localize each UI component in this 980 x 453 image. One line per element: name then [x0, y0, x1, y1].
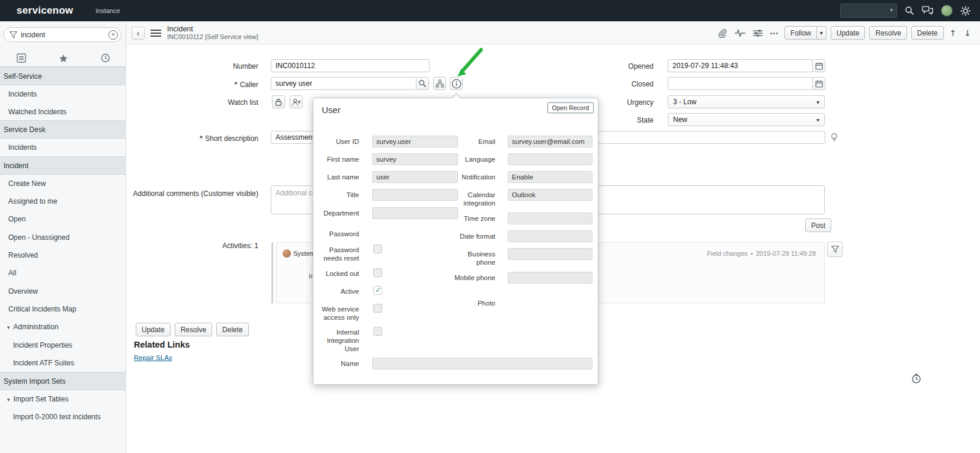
- delete-button[interactable]: Delete: [911, 26, 944, 40]
- watch-list-add-me-button[interactable]: [290, 95, 303, 108]
- more-options-icon[interactable]: •••: [770, 30, 779, 37]
- previous-record-arrow-icon[interactable]: ↑: [948, 28, 959, 38]
- favorites-star-icon[interactable]: [59, 54, 68, 63]
- global-header: servicenow instance ▾: [0, 0, 980, 21]
- instance-label: instance: [96, 7, 120, 14]
- popup-title: User: [322, 105, 341, 115]
- filter-icon: [9, 31, 17, 38]
- bullet-icon: •: [751, 250, 753, 257]
- closed-calendar-button[interactable]: [812, 77, 825, 90]
- opened-field[interactable]: [668, 59, 813, 72]
- password-needs-reset-checkbox[interactable]: [373, 245, 382, 253]
- web-service-access-only-label: Web service access only: [313, 305, 359, 322]
- sidebar-item-import-0-2000-test-incidents[interactable]: Import 0-2000 test incidents: [0, 408, 126, 426]
- web-service-access-only-checkbox[interactable]: [373, 304, 382, 313]
- sidebar-expander-import-set-tables[interactable]: ▾Import Set Tables: [0, 390, 126, 408]
- all-applications-icon[interactable]: [17, 53, 26, 63]
- resolve-button[interactable]: Resolve: [869, 26, 907, 40]
- state-label: State: [637, 116, 654, 124]
- response-time-clock-icon[interactable]: [911, 374, 921, 385]
- password-label: Password: [313, 230, 359, 238]
- department-label: Department: [313, 209, 359, 217]
- update-button[interactable]: Update: [831, 26, 866, 40]
- closed-field[interactable]: [668, 77, 813, 90]
- global-search-scope-select[interactable]: ▾: [840, 4, 897, 18]
- activity-stream-rail: [271, 242, 273, 303]
- connect-chat-icon[interactable]: [922, 6, 933, 15]
- search-icon: [418, 79, 427, 88]
- sidebar-item-open-unassigned[interactable]: Open - Unassigned: [0, 229, 126, 246]
- caller-lookup-button[interactable]: [416, 77, 429, 90]
- form-footer-buttons: Update Resolve Delete: [136, 323, 249, 336]
- servicenow-logo[interactable]: servicenow: [17, 5, 73, 17]
- back-button[interactable]: ‹: [132, 27, 145, 40]
- mobile-phone-label: Mobile phone: [450, 274, 495, 282]
- notification-label: Notification: [450, 173, 495, 181]
- lock-icon: [275, 98, 282, 106]
- settings-gear-icon[interactable]: [960, 6, 971, 16]
- date-format-field: [508, 230, 593, 242]
- delete-button-bottom[interactable]: Delete: [216, 323, 249, 336]
- activity-type[interactable]: Field changes: [707, 250, 748, 257]
- servicenow-app: servicenow instance ▾ ×: [0, 0, 980, 453]
- sidebar-item-incident-atf-suites[interactable]: Incident ATF Suites: [0, 354, 126, 372]
- sidebar-item-incidents[interactable]: Incidents: [0, 85, 126, 103]
- sidebar-item-resolved[interactable]: Resolved: [0, 246, 126, 264]
- caret-down-icon: ▾: [7, 325, 10, 330]
- update-button-bottom[interactable]: Update: [136, 323, 171, 336]
- clear-search-icon[interactable]: ×: [108, 30, 118, 40]
- follow-dropdown-icon[interactable]: ▾: [817, 26, 827, 40]
- navigator-search-input[interactable]: [21, 31, 108, 39]
- history-clock-icon[interactable]: [101, 53, 110, 63]
- post-button[interactable]: Post: [805, 219, 831, 232]
- sidebar-item-assigned-to-me[interactable]: Assigned to me: [0, 192, 126, 210]
- caller-field[interactable]: [271, 77, 417, 90]
- next-record-arrow-icon[interactable]: ↓: [962, 28, 973, 38]
- state-select[interactable]: New▾: [668, 113, 825, 126]
- sidebar-item-all[interactable]: All: [0, 264, 126, 282]
- activity-timestamp: 2019-07-29 11:49:28: [756, 250, 816, 257]
- sidebar-item-incident-properties[interactable]: Incident Properties: [0, 336, 126, 354]
- personalize-form-icon[interactable]: [753, 29, 763, 37]
- first-name-label: First name: [313, 155, 359, 163]
- locked-out-checkbox[interactable]: [373, 268, 382, 277]
- activity-filter-button[interactable]: [827, 242, 843, 257]
- form-context-menu-icon[interactable]: [150, 29, 161, 37]
- sidebar-section-self-service[interactable]: Self-Service: [0, 67, 126, 85]
- additional-comments-label: Additional comments (Customer visible): [133, 189, 258, 198]
- sidebar-item-overview[interactable]: Overview: [0, 282, 126, 300]
- attachment-paperclip-icon[interactable]: [718, 28, 727, 38]
- sidebar-item-incidents-2[interactable]: Incidents: [0, 139, 126, 156]
- title-field: [372, 189, 458, 201]
- number-field[interactable]: [271, 59, 430, 72]
- sidebar-item-create-new[interactable]: Create New: [0, 175, 126, 192]
- caller-preview-info-button[interactable]: [450, 77, 463, 90]
- business-phone-field: [508, 248, 593, 260]
- sidebar-item-critical-incidents-map[interactable]: Critical Incidents Map: [0, 300, 126, 318]
- caret-down-icon: ▾: [816, 117, 819, 123]
- open-record-button[interactable]: Open Record: [547, 102, 594, 113]
- global-search-icon[interactable]: [905, 6, 914, 15]
- sidebar-section-system-import-sets[interactable]: System Import Sets: [0, 372, 126, 390]
- business-phone-label: Business phone: [450, 250, 495, 266]
- user-avatar[interactable]: [941, 5, 953, 17]
- sidebar-item-open[interactable]: Open: [0, 210, 126, 228]
- knowledge-lightbulb-icon[interactable]: [830, 133, 838, 142]
- resolve-button-bottom[interactable]: Resolve: [175, 323, 212, 336]
- activity-stream-icon[interactable]: [735, 29, 745, 37]
- title-label: Title: [313, 191, 359, 199]
- urgency-select[interactable]: 3 - Low▾: [668, 95, 825, 108]
- opened-calendar-button[interactable]: [812, 59, 825, 72]
- follow-button[interactable]: Follow: [784, 26, 817, 40]
- sidebar-section-service-desk[interactable]: Service Desk: [0, 120, 126, 139]
- sidebar-expander-administration[interactable]: ▾Administration: [0, 318, 126, 336]
- sidebar-section-incident[interactable]: Incident: [0, 156, 126, 175]
- sidebar-item-watched-incidents[interactable]: Watched Incidents: [0, 103, 126, 121]
- active-checkbox[interactable]: [373, 286, 382, 295]
- caller-hierarchy-button[interactable]: [433, 77, 446, 90]
- calendar-integration-field: Outlook: [508, 189, 593, 201]
- repair-slas-link[interactable]: Repair SLAs: [134, 354, 172, 361]
- internal-integration-user-checkbox[interactable]: [373, 327, 382, 336]
- email-field: survey.user@email.com: [508, 136, 593, 147]
- watch-list-lock-button[interactable]: [272, 95, 285, 108]
